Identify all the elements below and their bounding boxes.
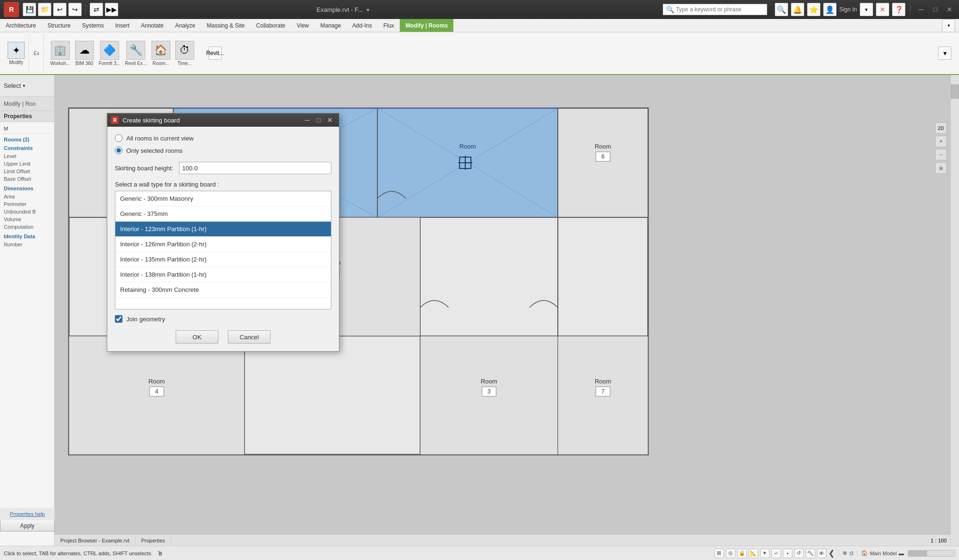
dialog-maximize-btn[interactable]: □ <box>313 115 324 125</box>
properties-header: Properties <box>0 111 54 122</box>
horizontal-scrollbar[interactable] <box>908 550 955 557</box>
ok-button[interactable]: OK <box>176 330 218 344</box>
tab-project-browser[interactable]: Project Browser - Example.rvt <box>55 535 135 546</box>
canvas-area[interactable]: Room 9 Room Room Room 6 Room 5 Room 4 Ro… <box>55 75 959 546</box>
ribbon-tool-worksh[interactable]: 🏢 Worksh... <box>50 41 70 66</box>
path-btn[interactable]: ⤾ <box>771 549 781 558</box>
properties-panel: M Rooms (2) Constraints Level Upper Limi… <box>0 122 54 546</box>
select-btn[interactable]: ✦ <box>760 549 770 558</box>
ribbon-expand-btn[interactable]: ▾ <box>942 19 955 32</box>
menu-structure[interactable]: Structure <box>42 19 76 32</box>
dialog-minimize-btn[interactable]: ─ <box>302 115 312 125</box>
model-selector[interactable]: 🏠 Main Model ▬ <box>857 550 904 556</box>
list-item-retaining-300[interactable]: Retaining - 300mm Concrete <box>115 282 331 298</box>
list-item-generic-300[interactable]: Generic - 300mm Masonry <box>115 191 331 206</box>
close-revit-btn[interactable]: ✕ <box>876 3 889 16</box>
status-text: Click to select, TAB for alternates, CTR… <box>4 551 151 556</box>
measure-btn[interactable]: 📐 <box>749 549 758 558</box>
ribbon-tool-formit[interactable]: 🔷 FormIt 3... <box>99 41 121 66</box>
ribbon-ex-btn[interactable]: Ex <box>34 51 39 56</box>
properties-help-link[interactable]: Properties help <box>0 508 55 520</box>
menu-analyze[interactable]: Analyze <box>169 19 201 32</box>
constraints-section-header: Constraints <box>4 145 50 151</box>
radio-all-rooms-input[interactable] <box>115 134 122 142</box>
list-item-interior-126[interactable]: Interior - 126mm Partition (2-hr) <box>115 237 331 252</box>
maximize-btn[interactable]: □ <box>930 4 941 15</box>
join-geometry-label[interactable]: Join geometry <box>126 316 165 323</box>
scale-label: 1 : 100 <box>931 538 947 543</box>
dimensions-section-header: Dimensions <box>4 186 50 191</box>
help-btn[interactable]: ❓ <box>892 3 905 16</box>
rotate-btn[interactable]: ↺ <box>794 549 804 558</box>
user-icon-btn[interactable]: 👤 <box>823 3 837 16</box>
menu-manage[interactable]: Manage <box>315 19 347 32</box>
list-item-generic-375[interactable]: Generic - 375mm <box>115 206 331 222</box>
menu-insert[interactable]: Insert <box>110 19 135 32</box>
tool-btn[interactable]: 🔨 <box>806 549 815 558</box>
menu-view[interactable]: View <box>291 19 315 32</box>
search-box[interactable]: 🔍 <box>663 4 767 15</box>
show-btn[interactable]: 👁 <box>817 549 827 558</box>
search-icon-btn[interactable]: 🔍 <box>775 3 788 16</box>
close-btn[interactable]: ✕ <box>944 4 955 15</box>
ribbon-modify-btn[interactable]: ✦ Modify <box>8 42 25 65</box>
sign-in-text[interactable]: Sign In <box>839 6 857 13</box>
nav-2d-btn[interactable]: 2D <box>935 122 947 134</box>
tab-properties[interactable]: Properties <box>135 535 171 546</box>
menu-systems[interactable]: Systems <box>76 19 110 32</box>
ribbon-tool-bim360[interactable]: ☁ BIM 360 <box>75 41 94 66</box>
ribbon-action-1[interactable]: ▾ <box>938 47 951 60</box>
list-item-interior-138[interactable]: Interior - 138mm Partition (1-hr) <box>115 267 331 282</box>
revit-cloud-btn[interactable]: Revit... <box>208 47 222 60</box>
skirting-height-input[interactable] <box>179 162 331 174</box>
radio-selected-rooms-input[interactable] <box>115 147 122 154</box>
menu-flux[interactable]: Flux <box>377 19 400 32</box>
select-dropdown[interactable]: Select ▾ <box>0 75 54 97</box>
minimize-btn[interactable]: ─ <box>915 4 927 15</box>
wall-type-listbox[interactable]: Generic - 300mm Masonry Generic - 375mm … <box>115 191 331 309</box>
win-sep <box>910 4 911 15</box>
ribbon-tool-time[interactable]: ⏱ Time... <box>175 41 194 66</box>
ribbon-tool-revitex[interactable]: 🔧 Revit Ex... <box>125 41 147 66</box>
chevron-icon[interactable]: ❮ <box>828 549 835 558</box>
zoom-extent-btn[interactable]: ⊞ <box>935 162 947 174</box>
list-item-interior-123[interactable]: Interior - 123mm Partition (1-hr) <box>115 222 331 237</box>
menu-addins[interactable]: Add-Ins <box>347 19 377 32</box>
base-offset-row: Base Offset <box>4 175 50 183</box>
star-icon-btn[interactable]: ⭐ <box>807 3 820 16</box>
dialog-close-btn[interactable]: ✕ <box>325 115 335 125</box>
title-bar: R 💾 📁 ↩ ↪ ⇄ ▶▶ Example.rvt - F... ▾ 🔍 🔍 … <box>0 0 959 19</box>
toolbar-icons-row: ⊞ ◎ 🔒 📐 ✦ ⤾ • ↺ 🔨 👁 ❮ <box>715 549 835 558</box>
vertical-scrollbar[interactable] <box>950 75 959 546</box>
menu-architecture[interactable]: Architecture <box>0 19 42 32</box>
status-bar-scrollbar[interactable]: ▬ <box>899 551 904 556</box>
level-row: Level <box>4 152 50 160</box>
point-btn[interactable]: • <box>783 549 792 558</box>
zoom-in-btn[interactable]: + <box>935 136 947 147</box>
ribbon-tool-room[interactable]: 🏠 Room... <box>151 41 170 66</box>
area-row: Area <box>4 193 50 200</box>
limit-offset-row: Limit Offset <box>4 168 50 175</box>
zoom-out-btn[interactable]: − <box>935 149 947 160</box>
computation-row: Computation <box>4 223 50 231</box>
list-item-interior-135[interactable]: Interior - 135mm Partition (2-hr) <box>115 252 331 267</box>
dropdown-btn[interactable]: ▾ <box>860 3 873 16</box>
lock-btn[interactable]: 🔒 <box>737 549 747 558</box>
properties-type-name: M <box>4 126 8 131</box>
menu-collaborate[interactable]: Collaborate <box>251 19 291 32</box>
search-input[interactable] <box>676 6 764 13</box>
apply-button[interactable]: Apply <box>0 520 55 532</box>
alert-icon-btn[interactable]: 🔔 <box>791 3 804 16</box>
menu-modify-rooms[interactable]: Modify | Rooms <box>400 19 453 32</box>
snap-btn[interactable]: ◎ <box>726 549 735 558</box>
radio-all-rooms[interactable]: All rooms in current view <box>115 134 331 142</box>
grid-btn[interactable]: ⊞ <box>715 549 724 558</box>
radio-selected-rooms[interactable]: Only selected rooms <box>115 147 331 154</box>
tab-spacer <box>171 535 927 546</box>
join-geometry-checkbox[interactable] <box>115 315 122 323</box>
cancel-button[interactable]: Cancel <box>228 330 271 344</box>
window-title: Example.rvt - F... ▾ <box>27 6 659 13</box>
app-logo: R <box>4 2 19 17</box>
menu-massing[interactable]: Massing & Site <box>201 19 251 32</box>
menu-annotate[interactable]: Annotate <box>135 19 169 32</box>
